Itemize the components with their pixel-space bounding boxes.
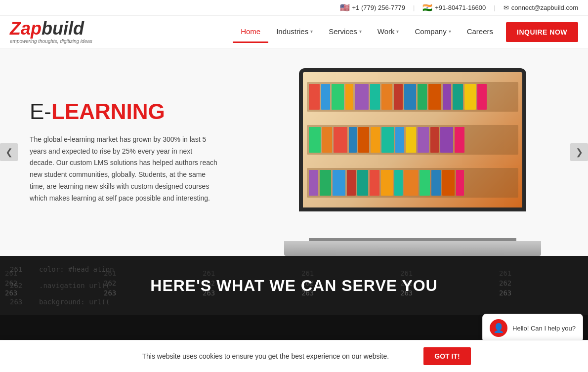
hero-section: ❮ E-LEARNING The global e-learning marke… — [0, 48, 588, 256]
chevron-down-icon: ▾ — [396, 29, 399, 34]
inquire-button[interactable]: INQUIRE NOW — [506, 22, 578, 42]
book — [430, 127, 439, 153]
shelf-row-3 — [307, 168, 518, 198]
hero-content: E-LEARNING The global e-learning market … — [0, 80, 237, 224]
contact-info: 🇺🇸 +1 (779) 256-7779 | 🇮🇳 +91-80471-1660… — [340, 3, 578, 12]
book — [370, 84, 380, 110]
book — [358, 127, 369, 153]
book — [309, 84, 320, 110]
hero-title: E-LEARNING — [30, 100, 217, 124]
book — [455, 127, 464, 153]
hero-image — [237, 48, 588, 256]
cookie-banner: This website uses cookies to ensure you … — [0, 340, 588, 355]
chevron-down-icon: ▾ — [310, 29, 313, 34]
serve-title: HERE'S WHAT WE CAN SERVE YOU — [150, 277, 437, 295]
top-bar: 🇺🇸 +1 (779) 256-7779 | 🇮🇳 +91-80471-1660… — [0, 0, 588, 16]
book — [418, 84, 427, 110]
book — [381, 170, 393, 196]
next-slide-button[interactable]: ❯ — [570, 143, 588, 161]
main-nav: Home Industries ▾ Services ▾ Work ▾ Comp… — [233, 21, 578, 43]
separator2: | — [494, 4, 495, 11]
us-phone-number[interactable]: +1 (779) 256-7779 — [352, 4, 405, 11]
book — [357, 170, 368, 196]
book — [309, 170, 318, 196]
chat-avatar: 👤 — [490, 319, 507, 337]
agent-icon: 👤 — [493, 323, 504, 333]
book — [322, 127, 332, 153]
book — [420, 170, 430, 196]
book — [334, 127, 347, 153]
prev-slide-button[interactable]: ❮ — [0, 143, 18, 161]
in-flag: 🇮🇳 — [422, 3, 432, 12]
chevron-down-icon: ▾ — [359, 29, 362, 34]
cookie-accept-button[interactable]: GOT IT! — [423, 347, 470, 355]
book — [431, 170, 441, 196]
nav-work[interactable]: Work ▾ — [370, 21, 407, 43]
book — [453, 84, 463, 110]
book — [418, 127, 429, 153]
hero-title-highlight: LEARNING — [51, 99, 165, 124]
chevron-down-icon: ▾ — [449, 29, 451, 34]
book — [381, 84, 392, 110]
laptop-base — [284, 241, 541, 256]
serve-section: 261 color: #head ation 262 .navigation u… — [0, 256, 588, 315]
us-flag: 🇺🇸 — [340, 3, 350, 12]
book — [370, 170, 379, 196]
book — [477, 84, 487, 110]
book — [440, 127, 453, 153]
logo-tagline: empowering thoughts, digitizing ideas — [10, 39, 92, 44]
book — [394, 170, 403, 196]
cookie-message: This website uses cookies to ensure you … — [117, 352, 414, 355]
book — [464, 84, 476, 110]
book — [321, 84, 330, 110]
book — [345, 84, 353, 110]
book — [355, 84, 369, 110]
book — [347, 170, 356, 196]
book — [320, 170, 331, 196]
email-contact: ✉ connect@zapbuild.com — [504, 4, 578, 11]
header: Zapbuild empowering thoughts, digitizing… — [0, 16, 588, 48]
book — [394, 84, 403, 110]
bookshelf — [303, 72, 522, 207]
shelf-row-1 — [307, 82, 518, 112]
shelf-row-2 — [307, 125, 518, 155]
book — [333, 170, 345, 196]
separator: | — [413, 4, 415, 11]
book — [332, 84, 344, 110]
book — [406, 127, 416, 153]
us-phone: 🇺🇸 +1 (779) 256-7779 — [340, 3, 405, 12]
book — [404, 84, 416, 110]
logo[interactable]: Zapbuild empowering thoughts, digitizing… — [10, 20, 92, 44]
book — [371, 127, 380, 153]
logo-zap: Zap — [10, 18, 42, 39]
in-phone-number[interactable]: +91-80471-16600 — [435, 4, 486, 11]
nav-careers[interactable]: Careers — [459, 21, 501, 43]
nav-services[interactable]: Services ▾ — [321, 21, 370, 43]
email-icon: ✉ — [504, 4, 509, 11]
book — [309, 127, 321, 153]
chat-message: Hello! Can I help you? — [512, 325, 576, 332]
book — [404, 170, 418, 196]
hero-description: The global e-learning market has grown b… — [30, 134, 217, 205]
laptop-illustration — [284, 68, 541, 256]
book — [428, 84, 441, 110]
book — [442, 170, 455, 196]
logo-text: Zapbuild — [10, 20, 92, 38]
email-address[interactable]: connect@zapbuild.com — [511, 4, 578, 11]
hero-title-plain: E- — [30, 99, 51, 124]
laptop-screen — [299, 68, 526, 211]
nav-home[interactable]: Home — [233, 21, 268, 43]
book — [349, 127, 357, 153]
book — [456, 170, 464, 196]
nav-industries[interactable]: Industries ▾ — [268, 21, 321, 43]
book — [443, 84, 451, 110]
logo-build: build — [42, 18, 84, 39]
book — [381, 127, 394, 153]
chat-widget[interactable]: 👤 Hello! Can I help you? — [482, 314, 583, 342]
in-phone: 🇮🇳 +91-80471-16600 — [422, 3, 486, 12]
book — [395, 127, 404, 153]
nav-company[interactable]: Company ▾ — [407, 21, 459, 43]
